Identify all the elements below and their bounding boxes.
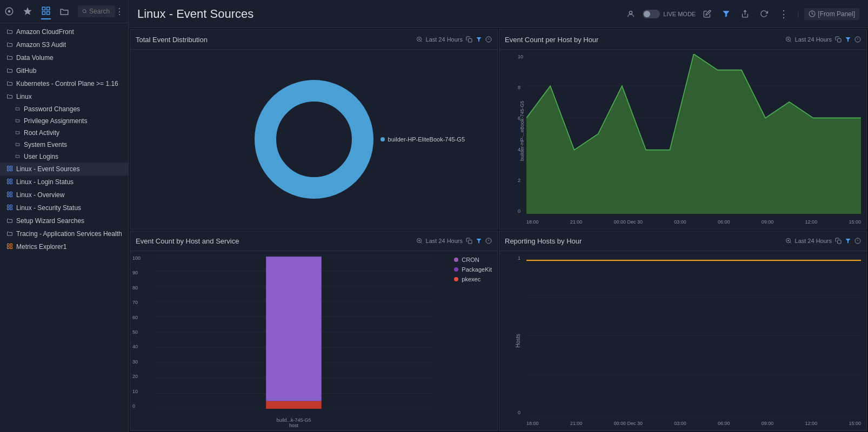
svg-rect-64 — [469, 240, 472, 244]
svg-marker-59 — [526, 54, 861, 214]
grid-icon — [6, 191, 13, 199]
panel-info-icon[interactable] — [854, 36, 861, 43]
sidebar-item-metrics-explorer1[interactable]: Metrics Explorer1 — [0, 240, 128, 253]
svg-line-61 — [420, 242, 422, 243]
folder-icon — [6, 230, 13, 238]
sidebar-item-data-volume[interactable]: Data Volume — [0, 51, 128, 64]
home-icon[interactable] — [4, 3, 14, 19]
sidebar-label: Data Volume — [16, 54, 54, 62]
svg-point-43 — [287, 112, 341, 166]
x-axis-title: host — [155, 423, 432, 428]
panel-filter-icon[interactable] — [476, 238, 482, 244]
sidebar-item-tracing[interactable]: Tracing - Application Services Health — [0, 227, 128, 240]
sidebar-item-github[interactable]: GitHub — [0, 64, 128, 77]
user-icon-btn[interactable] — [623, 8, 638, 21]
sidebar-label: Linux - Event Sources — [16, 165, 79, 173]
donut-legend: builder-HP-EliteBook-745-G5 — [380, 136, 465, 143]
time-range: Last 24 Hours — [795, 238, 832, 244]
panel-header: Event Count by Host and Service Last 24 … — [130, 231, 497, 251]
y-axis-labels: 0 1 — [518, 255, 520, 415]
folder-open-icon — [6, 93, 13, 100]
panel-filter-icon[interactable] — [845, 36, 851, 43]
panel-zoom-btn[interactable] — [782, 34, 795, 45]
panel-info-icon[interactable] — [485, 238, 492, 244]
panel-filter-icon[interactable] — [476, 36, 482, 43]
files-icon[interactable] — [59, 3, 69, 19]
sidebar-label: GitHub — [16, 67, 36, 75]
refresh-icon — [760, 10, 768, 18]
x-axis-ticks: 18:00 21:00 00:00 Dec 30 03:00 06:00 09:… — [526, 219, 861, 225]
legend-dot — [380, 137, 385, 141]
legend-dot-packagekit — [454, 267, 458, 272]
grid-icon — [6, 178, 13, 186]
svg-line-34 — [420, 40, 422, 42]
svg-rect-15 — [8, 182, 10, 184]
sidebar-more-btn[interactable]: ⋮ — [115, 6, 124, 17]
panel-zoom-btn[interactable] — [413, 235, 426, 246]
line-chart-wrapper: builder-HP-...eBook-745-G5 0 2 4 6 8 10 — [499, 50, 866, 229]
sidebar-item-linux-security-status[interactable]: Linux - Security Status — [0, 201, 128, 214]
panel-copy-icon[interactable] — [466, 238, 472, 244]
sidebar-label: Setup Wizard Searches — [16, 217, 84, 225]
panel-body-hosts-line-chart: Hosts 0 1 — [499, 251, 866, 430]
sidebar-item-privilege-assignments[interactable]: Privilege Assignments — [0, 115, 128, 127]
folder-icon — [6, 41, 13, 49]
panel-header: Reporting Hosts by Hour Last 24 Hours — [499, 231, 866, 251]
sidebar-item-linux[interactable]: Linux — [0, 90, 128, 103]
subfolder-icon — [15, 153, 21, 160]
toggle-switch[interactable] — [643, 10, 660, 18]
share-btn[interactable] — [738, 8, 752, 20]
panel-zoom-btn[interactable] — [413, 34, 426, 45]
sidebar-item-amazon-cloudfront[interactable]: Amazon CloudFront — [0, 25, 128, 38]
svg-marker-49 — [846, 37, 851, 42]
more-btn[interactable]: ⋮ — [776, 6, 792, 22]
svg-rect-4 — [47, 7, 50, 10]
sidebar-label: Linux - Login Status — [16, 178, 74, 186]
svg-point-7 — [83, 10, 86, 13]
filter-icon — [722, 10, 730, 18]
panel-copy-icon[interactable] — [835, 36, 842, 43]
dashboards-icon[interactable] — [41, 3, 51, 19]
folder-icon — [6, 80, 13, 87]
panel-info-icon[interactable] — [854, 238, 861, 244]
svg-rect-26 — [10, 244, 12, 246]
sidebar-item-setup-wizard-searches[interactable]: Setup Wizard Searches — [0, 214, 128, 227]
panel-copy-icon[interactable] — [466, 36, 472, 43]
panel-meta: Last 24 Hours — [426, 238, 492, 244]
filter-btn[interactable] — [719, 8, 733, 20]
edit-btn[interactable] — [700, 8, 715, 20]
svg-line-83 — [790, 242, 791, 243]
panel-info-icon[interactable] — [485, 36, 492, 43]
legend-item: builder-HP-EliteBook-745-G5 — [380, 136, 465, 143]
search-input[interactable] — [89, 8, 111, 15]
sidebar-item-linux-login-status[interactable]: Linux - Login Status — [0, 176, 128, 188]
star-icon[interactable] — [23, 3, 32, 19]
sidebar-item-password-changes[interactable]: Password Changes — [0, 103, 128, 115]
from-panel-btn[interactable]: [From Panel] — [804, 8, 859, 20]
grid-icon — [6, 165, 13, 173]
sidebar-item-linux-overview[interactable]: Linux - Overview — [0, 188, 128, 201]
svg-rect-81 — [266, 401, 322, 409]
svg-marker-87 — [846, 239, 851, 244]
sidebar-item-user-logins[interactable]: User Logins — [0, 151, 128, 163]
panel-filter-icon[interactable] — [845, 238, 851, 244]
svg-rect-80 — [266, 256, 322, 401]
sidebar-list: Amazon CloudFront Amazon S3 Audit Data V… — [0, 23, 128, 432]
svg-point-1 — [8, 10, 11, 13]
bar-chart-wrapper: 0 10 20 30 40 50 60 70 80 90 100 — [130, 251, 497, 430]
sidebar-item-system-events[interactable]: System Events — [0, 139, 128, 151]
sidebar-label: Metrics Explorer1 — [16, 243, 66, 251]
sidebar-search[interactable] — [78, 5, 115, 17]
live-mode-toggle[interactable]: LIVE MODE — [643, 10, 696, 18]
panel-zoom-btn[interactable] — [782, 235, 795, 246]
donut-svg — [249, 75, 379, 204]
svg-rect-19 — [8, 195, 10, 197]
panel-total-event-distribution: Total Event Distribution Last 24 Hours — [130, 29, 498, 230]
sidebar-item-root-activity[interactable]: Root Activity — [0, 127, 128, 139]
panel-body-bar-chart: 0 10 20 30 40 50 60 70 80 90 100 — [130, 251, 497, 430]
panel-copy-icon[interactable] — [835, 238, 842, 244]
sidebar-item-amazon-s3-audit[interactable]: Amazon S3 Audit — [0, 38, 128, 51]
sidebar-item-kubernetes[interactable]: Kubernetes - Control Plane >= 1.16 — [0, 77, 128, 90]
refresh-btn[interactable] — [757, 8, 771, 20]
sidebar-item-linux-event-sources[interactable]: Linux - Event Sources — [0, 163, 128, 176]
